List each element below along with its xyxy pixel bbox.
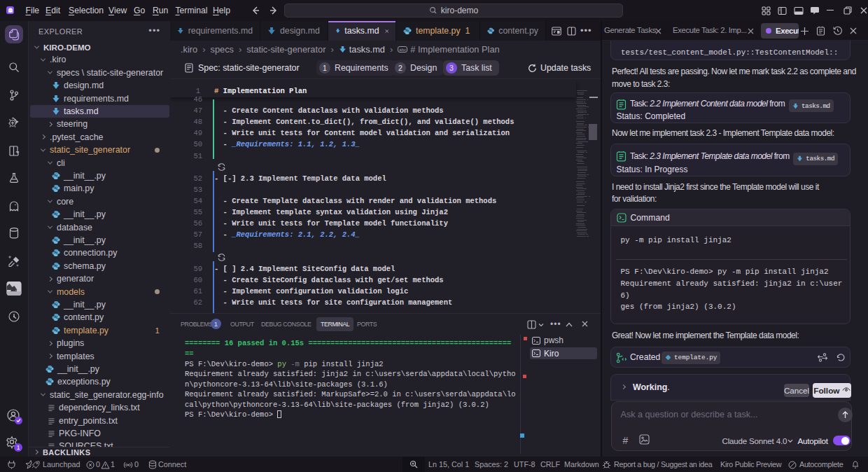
svg-text:abc: abc [400,47,407,51]
